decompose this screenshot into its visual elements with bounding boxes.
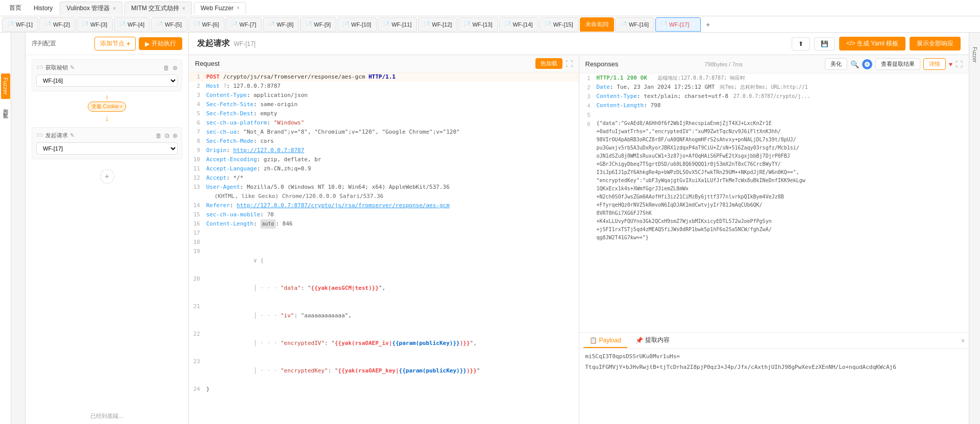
code-line-19: 19 ∨ { bbox=[189, 247, 579, 275]
extract-content-tab[interactable]: 📌 提取内容 bbox=[629, 333, 676, 348]
beautify-button[interactable]: 美化 bbox=[825, 58, 847, 70]
edit-icon-2[interactable]: ✎ bbox=[70, 132, 75, 139]
hot-load-button[interactable]: 热加载 bbox=[535, 58, 562, 69]
wf-tab-5[interactable]: 📄WF-[5] bbox=[151, 17, 187, 32]
code-line-15: 15 sec-ch-ua-mobile: ?0 bbox=[189, 210, 579, 219]
wf-tab-10[interactable]: 📄WF-[10] bbox=[337, 17, 377, 32]
close-wf17[interactable]: × bbox=[692, 21, 695, 27]
share-button[interactable]: ⬆ bbox=[792, 37, 810, 51]
copy-icon-2[interactable]: ⧉ bbox=[165, 132, 169, 139]
request-panel-actions: 热加载 ⛶ bbox=[535, 58, 573, 69]
code-line-11: 11 Accept-Language: zh-CN,zh;q=0.9 bbox=[189, 164, 579, 173]
close-mitm[interactable]: × bbox=[182, 6, 185, 11]
header-actions: ⬆ 💾 </> 生成 Yaml 模板 展示全部响应 bbox=[792, 37, 961, 51]
code-line-20: 20 │ · · · "data": "{{yak(aesGCM|test)}}… bbox=[189, 275, 579, 302]
sequence-config-title: 序列配置 bbox=[32, 39, 56, 48]
node-select-1[interactable]: WF-[16] bbox=[36, 74, 178, 87]
wf-tab-unnamed[interactable]: 未命名[0] bbox=[580, 17, 614, 32]
maximize-response-icon[interactable]: ⛶ bbox=[955, 60, 963, 68]
nav-vulinbox[interactable]: Vulinbox 管理器 × bbox=[60, 2, 122, 15]
tab-file-icon: 📄 bbox=[8, 21, 14, 27]
nav-history[interactable]: History bbox=[29, 3, 58, 14]
resp-line-5: 5 bbox=[579, 110, 969, 119]
show-all-response-button[interactable]: 展示全部响应 bbox=[910, 37, 961, 51]
response-panel-header: Responses 798bytes / 7ms 美化 🔍 查看提取结果 详情 … bbox=[579, 55, 969, 73]
code-line-3: 3 Content-Type: application/json bbox=[189, 91, 579, 100]
wf-tab-15[interactable]: 📄WF-[15] bbox=[540, 17, 579, 32]
page-title: 发起请求 bbox=[197, 38, 230, 49]
left-panel-header: 序列配置 添加节点 + ▶ 开始执行 bbox=[26, 33, 188, 55]
close-webfuzzer[interactable]: × bbox=[236, 5, 239, 11]
add-tab-button[interactable]: + bbox=[702, 18, 714, 31]
close-badge[interactable]: × bbox=[120, 104, 122, 109]
wf-tab-6[interactable]: 📄WF-[6] bbox=[188, 17, 225, 32]
code-line-23: 23 │ · · · "encryptedKey": "{{yak(rsaOAE… bbox=[189, 357, 579, 385]
fuzzer-label[interactable]: Fuzzer bbox=[1, 73, 10, 99]
wf-tab-14[interactable]: 📄WF-[14] bbox=[499, 17, 538, 32]
start-execute-button[interactable]: ▶ 开始执行 bbox=[139, 37, 182, 50]
maximize-request-icon[interactable]: ⛶ bbox=[566, 60, 573, 68]
delete-icon-1[interactable]: 🗑 bbox=[163, 64, 169, 71]
save-button[interactable]: 💾 bbox=[814, 37, 835, 51]
right-sidebar: Fuzzer bbox=[969, 33, 980, 424]
close-bottom-panel[interactable]: × bbox=[961, 337, 965, 344]
code-line-4: 4 Sec-Fetch-Site: same-origin bbox=[189, 100, 579, 109]
generate-yaml-button[interactable]: </> 生成 Yaml 模板 bbox=[839, 37, 905, 51]
wf-tab-3[interactable]: 📄WF-[3] bbox=[77, 17, 113, 32]
node-select-2[interactable]: WF-[17] bbox=[36, 142, 178, 155]
play-icon: ▶ bbox=[145, 40, 150, 47]
wf-tab-9[interactable]: 📄WF-[9] bbox=[300, 17, 336, 32]
expand-icon-1[interactable]: ⊕ bbox=[173, 64, 178, 71]
wf-tab-7[interactable]: 📄WF-[7] bbox=[226, 17, 262, 32]
response-panel-title: Responses bbox=[585, 60, 619, 68]
nav-mitm[interactable]: MITM 交互式劫持 × bbox=[125, 2, 192, 15]
code-line-13b: (KHTML, like Gecko) Chrome/120.0.0.0 Saf… bbox=[189, 192, 579, 201]
drag-handle-1[interactable]: ⠿⠿ bbox=[36, 65, 43, 70]
node-actions-2: 🗑 ⧉ ⊕ bbox=[156, 132, 178, 139]
resp-line-4: 4 Content-Length: 798 bbox=[579, 101, 969, 110]
code-line-7: 7 sec-ch-ua: "Not_A Brand";v="8", "Chrom… bbox=[189, 128, 579, 137]
node-header-2: ⠿⠿ 发起请求 ✎ 🗑 ⧉ ⊕ bbox=[36, 132, 178, 139]
resp-line-6: 6 {"data":"GvAEd8/A6Hh0f6f2WbIjRhecspiaE… bbox=[579, 119, 969, 242]
response-meta: 798bytes / 7ms bbox=[704, 61, 743, 67]
variable-badge[interactable]: 变量.Cookie × bbox=[88, 102, 126, 112]
node-item-send-request: ⠿⠿ 发起请求 ✎ 🗑 ⧉ ⊕ WF-[17] bbox=[32, 127, 182, 159]
node-title-1: ⠿⠿ 获取秘钥 ✎ bbox=[36, 64, 75, 71]
nav-home[interactable]: 首页 bbox=[4, 2, 27, 14]
add-icon: 添加节点 bbox=[100, 39, 125, 48]
wf-tab-13[interactable]: 📄WF-[13] bbox=[458, 17, 498, 32]
request-panel: Request 热加载 ⛶ 1 POST /crypto/js/rsa/from… bbox=[189, 55, 579, 424]
drag-handle-2[interactable]: ⠿⠿ bbox=[36, 133, 43, 138]
wf-tab-17[interactable]: 📄 WF-[17] × bbox=[655, 17, 701, 32]
nav-webfuzzer[interactable]: Web Fuzzer × bbox=[194, 2, 246, 14]
heart-icon[interactable]: ♥ bbox=[949, 61, 952, 68]
add-node-button[interactable]: 添加节点 + bbox=[94, 37, 136, 51]
wf-tab-11[interactable]: 📄WF-[11] bbox=[378, 17, 417, 32]
node-header-1: ⠿⠿ 获取秘钥 ✎ 🗑 ⊕ bbox=[36, 64, 178, 71]
code-line-14: 14 Referer: http://127.0.0.7:8787/crypto… bbox=[189, 201, 579, 210]
view-results-button[interactable]: 查看提取结果 bbox=[875, 58, 920, 70]
add-node-circle[interactable]: + bbox=[100, 169, 114, 184]
search-response-icon[interactable]: 🔍 bbox=[850, 60, 859, 68]
left-panel: 序列配置 添加节点 + ▶ 开始执行 ⠿⠿ 获取秘钥 ✎ bbox=[26, 33, 189, 424]
wf-tab-1[interactable]: 📄WF-[1] bbox=[2, 17, 38, 32]
google-icon bbox=[862, 59, 872, 69]
node-item-get-key: ⠿⠿ 获取秘钥 ✎ 🗑 ⊕ WF-[16] bbox=[32, 59, 182, 91]
wf-tab-2[interactable]: 📄WF-[2] bbox=[39, 17, 76, 32]
code-line-18: 18 bbox=[189, 238, 579, 247]
wf-tab-8[interactable]: 📄WF-[8] bbox=[263, 17, 299, 32]
close-vulinbox[interactable]: × bbox=[113, 6, 116, 11]
edit-icon-1[interactable]: ✎ bbox=[70, 64, 75, 71]
wf-tab-16[interactable]: 📄WF-[16] bbox=[615, 17, 654, 32]
right-fuzzer-label[interactable]: Fuzzer bbox=[972, 47, 977, 63]
wf-tab-12[interactable]: 📄WF-[12] bbox=[418, 17, 457, 32]
code-line-12: 12 Accept: */* bbox=[189, 173, 579, 183]
payload-tab[interactable]: 📋 Payload bbox=[583, 334, 627, 348]
expand-icon-2[interactable]: ⊕ bbox=[173, 132, 178, 139]
content-header: 发起请求 WF-[17] ⬆ 💾 </> 生成 Yaml 模板 展示全部响应 bbox=[189, 33, 969, 55]
delete-icon-2[interactable]: 🗑 bbox=[156, 132, 162, 139]
wf-tab-4[interactable]: 📄WF-[4] bbox=[114, 17, 150, 32]
wf-name-label: WF-[17] bbox=[234, 40, 256, 47]
detail-button[interactable]: 详情 bbox=[923, 58, 946, 70]
request-code-editor[interactable]: 1 POST /crypto/js/rsa/fromserver/respons… bbox=[189, 72, 579, 424]
